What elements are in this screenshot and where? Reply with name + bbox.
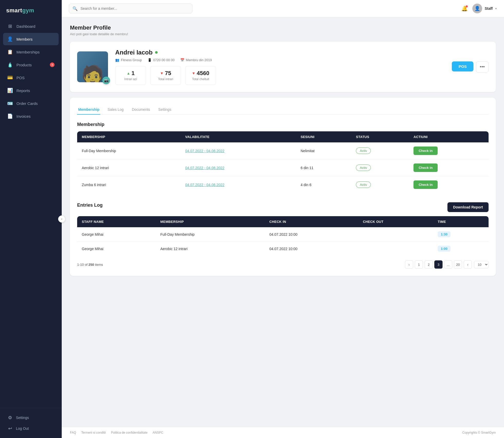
profile-avatar-icon: 🧑 bbox=[81, 66, 104, 82]
entry-membership: Full-Day Membership bbox=[156, 227, 265, 242]
table-row: Aerobic 12 intrari 04.07.2022 - 04.08.20… bbox=[77, 159, 489, 176]
sidebar-item-members[interactable]: 👤 Members bbox=[3, 33, 59, 45]
arrow-up-icon: ▲ bbox=[127, 71, 130, 75]
pos-icon: 💳 bbox=[7, 75, 13, 80]
phone-icon: 📱 bbox=[148, 58, 152, 62]
entries-log-section: Entries Log Download Report STAFF NAME M… bbox=[77, 202, 489, 269]
entries-log-title: Entries Log bbox=[77, 203, 103, 208]
sidebar-item-label: Order Cards bbox=[16, 101, 38, 106]
membership-validity: 04.07.2022 - 04.08.2022 bbox=[181, 176, 296, 193]
sidebar-item-pos[interactable]: 💳 POS bbox=[3, 71, 59, 84]
col-sesiuni: SESIUNI bbox=[296, 131, 351, 142]
pagination-page-1[interactable]: 1 bbox=[415, 260, 423, 269]
sidebar-item-invoices[interactable]: 📄 Invoices bbox=[3, 110, 59, 122]
camera-badge-button[interactable]: 📷 bbox=[102, 77, 110, 84]
more-options-button[interactable]: ••• bbox=[476, 61, 489, 72]
footer-copyright: Copyrights © SmartGym bbox=[462, 431, 496, 434]
arrow-down-icon: ▼ bbox=[192, 71, 195, 75]
sidebar-nav: ⊞ Dashboard 👤 Members 📋 Memberships 🧴 Pr… bbox=[0, 20, 62, 408]
col-membership: MEMBERSHIP bbox=[156, 216, 265, 227]
logo-gym: gym bbox=[22, 7, 34, 14]
checkin-button[interactable]: Check in bbox=[413, 147, 438, 155]
pos-button[interactable]: POS bbox=[452, 61, 473, 71]
entry-checkout bbox=[358, 227, 433, 242]
tab-membership[interactable]: Membership bbox=[77, 105, 100, 115]
sidebar-item-label: Reports bbox=[16, 88, 30, 93]
stat-total-cheltuit: ▼ 4560 Total cheltuit bbox=[185, 66, 216, 85]
membership-status: Activ bbox=[351, 142, 409, 159]
sidebar: smartgym ⊞ Dashboard 👤 Members 📋 Members… bbox=[0, 0, 62, 438]
notifications-button[interactable]: 🔔 bbox=[461, 5, 468, 12]
sidebar-item-reports[interactable]: 📊 Reports bbox=[3, 84, 59, 97]
profile-actions: POS ••• bbox=[452, 61, 489, 72]
pagination-next-button[interactable]: › bbox=[464, 260, 472, 269]
member-detail-card: Membership Sales Log Documents Settings … bbox=[70, 98, 496, 276]
tab-sales-log[interactable]: Sales Log bbox=[106, 105, 124, 115]
table-row: George Mihai Full-Day Membership 04.07.2… bbox=[77, 227, 489, 242]
user-menu-button[interactable]: 👤 Staff ▾ bbox=[472, 4, 497, 13]
app-logo: smartgym bbox=[0, 0, 62, 20]
profile-stats: ▲ 1 Intrari azi ▼ 75 Total intrari bbox=[115, 66, 445, 85]
sidebar-item-settings[interactable]: ⚙ Settings bbox=[5, 412, 57, 423]
profile-phone: 📱 0720 00 00 00 bbox=[148, 58, 175, 62]
download-report-button[interactable]: Download Report bbox=[447, 202, 489, 212]
membership-name: Zumba 6 intrari bbox=[77, 176, 181, 193]
profile-group: 👥 Fitness Group bbox=[115, 58, 142, 62]
col-staff-name: STAFF NAME bbox=[77, 216, 156, 227]
profile-info: Andrei Iacob 👥 Fitness Group 📱 0720 00 0… bbox=[115, 49, 445, 85]
entry-membership: Aerobic 12 intrari bbox=[156, 242, 265, 256]
settings-icon: ⚙ bbox=[7, 415, 13, 421]
entries-log-table: STAFF NAME MEMBERSHIP CHECK IN CHECK OUT… bbox=[77, 216, 489, 256]
col-actiuni: ACTIUNI bbox=[409, 131, 489, 142]
membership-table: MEMBERSHIP VALABILITATE SESIUNI STATUS A… bbox=[77, 131, 489, 193]
footer-link-privacy[interactable]: Politica de confidentialitate bbox=[111, 431, 147, 434]
products-icon: 🧴 bbox=[7, 62, 13, 68]
checkin-button[interactable]: Check in bbox=[413, 163, 438, 172]
profile-name: Andrei Iacob bbox=[115, 49, 152, 56]
pagination-info: 1-10 of 250 items bbox=[77, 263, 103, 267]
pagination-controls: ‹ 1 2 3 ... 20 › bbox=[405, 260, 472, 269]
pagination-page-3[interactable]: 3 bbox=[434, 260, 443, 269]
col-valabilitate: VALABILITATE bbox=[181, 131, 296, 142]
checkin-button[interactable]: Check in bbox=[413, 180, 438, 189]
col-membership: MEMBERSHIP bbox=[77, 131, 181, 142]
main-content: 🔍 🔔 👤 Staff ▾ Member Profile Aici poti g… bbox=[62, 0, 504, 438]
sidebar-item-products[interactable]: 🧴 Products 4 bbox=[3, 59, 59, 71]
sidebar-item-logout[interactable]: ↩ Log Out bbox=[5, 423, 57, 434]
pagination-ellipsis: ... bbox=[444, 260, 452, 269]
footer-link-terms[interactable]: Termeni si conditii bbox=[81, 431, 106, 434]
logout-icon: ↩ bbox=[7, 426, 13, 431]
search-input[interactable] bbox=[69, 4, 192, 13]
pagination-page-20[interactable]: 20 bbox=[454, 260, 462, 269]
entry-staff: George Mihai bbox=[77, 242, 156, 256]
membership-status: Activ bbox=[351, 159, 409, 176]
sidebar-item-order-cards[interactable]: 🪪 Order Cards bbox=[3, 97, 59, 110]
sidebar-item-dashboard[interactable]: ⊞ Dashboard bbox=[3, 20, 59, 32]
col-status: STATUS bbox=[351, 131, 409, 142]
per-page-select[interactable]: 10 20 50 bbox=[474, 261, 489, 268]
tab-documents[interactable]: Documents bbox=[131, 105, 151, 115]
pagination-prev-button[interactable]: ‹ bbox=[405, 260, 413, 269]
sidebar-collapse-button[interactable]: ‹ bbox=[58, 215, 65, 223]
calendar-icon: 📅 bbox=[180, 58, 184, 62]
membership-name: Full-Day Membership bbox=[77, 142, 181, 159]
footer-link-anspc[interactable]: ANSPC bbox=[152, 431, 163, 434]
footer-links: FAQ Termeni si conditii Politica de conf… bbox=[70, 431, 163, 434]
sidebar-item-memberships[interactable]: 📋 Memberships bbox=[3, 46, 59, 58]
table-row: Full-Day Membership 04.07.2022 - 04.08.2… bbox=[77, 142, 489, 159]
memberships-icon: 📋 bbox=[7, 49, 13, 55]
membership-status: Activ bbox=[351, 176, 409, 193]
stat-intrari-azi: ▲ 1 Intrari azi bbox=[115, 66, 146, 85]
page-title: Member Profile bbox=[70, 24, 496, 31]
profile-card: 🧑 📷 Andrei Iacob 👥 Fitness Group 📱 bbox=[70, 42, 496, 92]
sidebar-footer-label: Settings bbox=[16, 416, 29, 420]
sidebar-item-label: Memberships bbox=[16, 50, 40, 54]
pagination-page-2[interactable]: 2 bbox=[425, 260, 433, 269]
page-subtitle: Aici poti gasi toate detaliile de membru… bbox=[70, 32, 496, 36]
entry-checkout bbox=[358, 242, 433, 256]
notification-dot bbox=[466, 5, 468, 7]
products-badge: 4 bbox=[50, 62, 55, 67]
search-box: 🔍 bbox=[69, 4, 192, 13]
tab-settings[interactable]: Settings bbox=[157, 105, 173, 115]
footer-link-faq[interactable]: FAQ bbox=[70, 431, 76, 434]
